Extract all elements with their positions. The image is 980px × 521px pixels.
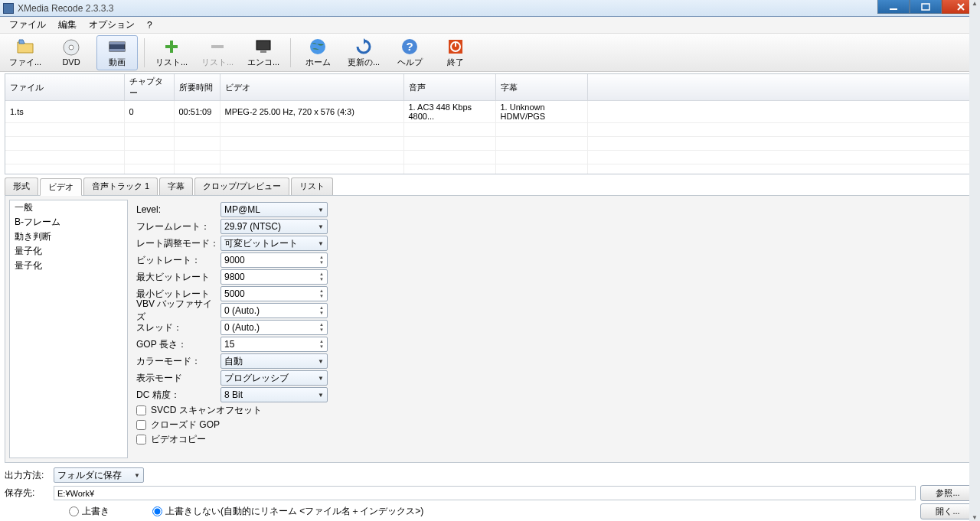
menu-file[interactable]: ファイル: [3, 17, 52, 33]
toolbar-file-button[interactable]: ファイ...: [5, 35, 46, 70]
chevron-down-icon: ▼: [318, 240, 324, 247]
toolbar-list-add-button[interactable]: リスト...: [151, 35, 192, 70]
vbv-label: VBV バッファサイズ: [136, 298, 220, 324]
overwrite-radio[interactable]: [69, 506, 79, 516]
tab-list[interactable]: リスト: [291, 177, 333, 195]
menu-help[interactable]: ?: [141, 18, 158, 32]
bottom-panel: 出力方法: フォルダに保存▼ 保存先: E:¥Work¥ 参照... 上書き 上…: [5, 467, 975, 519]
refresh-icon: [354, 37, 373, 56]
col-file[interactable]: ファイル: [5, 74, 124, 101]
open-file-icon: [16, 37, 34, 56]
nooverwrite-radio[interactable]: [152, 506, 162, 516]
toolbar-separator: [144, 38, 145, 67]
toolbar-list-remove-button[interactable]: リスト...: [197, 35, 238, 70]
outmethod-combo[interactable]: フォルダに保存▼: [54, 467, 144, 483]
toolbar-encode-button[interactable]: エンコ...: [243, 35, 284, 70]
file-table[interactable]: ファイル チャプター 所要時間 ビデオ 音声 字幕 1.ts 0 00:51:0…: [5, 73, 975, 174]
svcd-checkbox[interactable]: [136, 405, 146, 415]
toolbar-help-button[interactable]: ? ヘルプ: [389, 35, 430, 70]
svcd-label: SVCD スキャンオフセット: [151, 404, 262, 417]
window-title: XMedia Recode 2.3.3.3: [18, 3, 113, 14]
saveto-path[interactable]: E:¥Work¥: [54, 486, 916, 500]
menu-options[interactable]: オプション: [83, 17, 141, 33]
maxbit-label: 最大ビットレート: [136, 271, 220, 284]
menu-edit[interactable]: 編集: [52, 17, 83, 33]
tab-format[interactable]: 形式: [5, 177, 38, 195]
framerate-combo[interactable]: 29.97 (NTSC)▼: [220, 219, 328, 234]
side-bframe[interactable]: B-フレーム: [10, 215, 127, 230]
level-label: Level:: [136, 204, 220, 215]
tab-body: 一般 B-フレーム 動き判断 量子化 量子化 Level:MP@ML▼ フレーム…: [5, 195, 975, 463]
side-general[interactable]: 一般: [10, 200, 127, 215]
color-combo[interactable]: 自動▼: [220, 353, 328, 369]
col-audio[interactable]: 音声: [403, 74, 495, 101]
side-quant2[interactable]: 量子化: [10, 259, 127, 273]
svg-text:?: ?: [406, 40, 413, 53]
chevron-down-icon: ▼: [318, 358, 324, 365]
vcopy-label: ビデオコピー: [151, 433, 206, 446]
closedgop-label: クローズド GOP: [151, 418, 220, 431]
tab-subtitle[interactable]: 字幕: [159, 177, 193, 195]
col-subtitle[interactable]: 字幕: [495, 74, 587, 101]
toolbar-dvd-button[interactable]: DVD: [51, 35, 92, 70]
maxbit-spinner[interactable]: ▲▼: [220, 269, 328, 285]
tab-crop[interactable]: クロップ/プレビュー: [194, 177, 289, 195]
help-icon: ?: [400, 37, 419, 56]
open-button[interactable]: 開く...: [920, 503, 975, 519]
thread-spinner[interactable]: ▲▼: [220, 320, 328, 335]
closedgop-checkbox[interactable]: [136, 420, 146, 430]
chevron-down-icon: ▼: [318, 223, 324, 230]
svg-rect-10: [165, 45, 178, 48]
outmethod-label: 出力方法:: [5, 469, 49, 482]
dc-label: DC 精度：: [136, 389, 220, 402]
encode-icon: [254, 37, 273, 56]
toolbar-video-button[interactable]: 動画: [96, 35, 138, 70]
side-motion[interactable]: 動き判断: [10, 230, 127, 244]
browse-button[interactable]: 参照...: [920, 485, 975, 501]
scrollbar[interactable]: ▲▼: [969, 0, 980, 521]
globe-icon: [309, 37, 327, 56]
disp-combo[interactable]: プログレッシブ▼: [220, 370, 328, 386]
chevron-down-icon: ▼: [318, 375, 324, 382]
minus-icon: [208, 37, 227, 56]
tabs: 形式 ビデオ 音声トラック 1 字幕 クロップ/プレビュー リスト: [5, 177, 975, 195]
gop-spinner[interactable]: ▲▼: [220, 337, 328, 352]
framerate-label: フレームレート：: [136, 220, 220, 233]
side-quant1[interactable]: 量子化: [10, 244, 127, 259]
tab-video[interactable]: ビデオ: [40, 178, 82, 196]
titlebar: XMedia Recode 2.3.3.3: [0, 0, 980, 17]
level-combo[interactable]: MP@ML▼: [220, 202, 328, 217]
toolbar-update-button[interactable]: 更新の...: [343, 35, 384, 70]
toolbar-separator: [290, 38, 291, 67]
chevron-down-icon: ▼: [134, 472, 140, 479]
svg-rect-0: [890, 8, 897, 10]
disp-label: 表示モード: [136, 372, 220, 385]
col-duration[interactable]: 所要時間: [174, 74, 220, 101]
col-chapter[interactable]: チャプター: [124, 74, 174, 101]
form-area: Level:MP@ML▼ フレームレート：29.97 (NTSC)▼ レート調整…: [132, 196, 975, 462]
ratemode-combo[interactable]: 可変ビットレート▼: [220, 236, 328, 251]
svg-rect-19: [455, 41, 456, 47]
toolbar: ファイ... DVD 動画 リスト... リスト... エンコ... ホーム 更…: [0, 34, 980, 72]
toolbar-home-button[interactable]: ホーム: [297, 35, 338, 70]
chevron-down-icon: ▼: [318, 207, 324, 213]
maximize-button[interactable]: [910, 0, 942, 14]
color-label: カラーモード：: [136, 355, 220, 368]
side-list[interactable]: 一般 B-フレーム 動き判断 量子化 量子化: [9, 200, 128, 458]
svg-rect-7: [109, 42, 125, 44]
dc-combo[interactable]: 8 Bit▼: [220, 387, 328, 402]
ratemode-label: レート調整モード：: [136, 237, 220, 250]
vbv-spinner[interactable]: ▲▼: [220, 303, 328, 318]
bitrate-spinner[interactable]: ▲▼: [220, 252, 328, 268]
minimize-button[interactable]: [877, 0, 910, 14]
overwrite-label: 上書き: [82, 505, 109, 518]
svg-rect-11: [211, 45, 224, 48]
col-video[interactable]: ビデオ: [220, 74, 403, 101]
gop-label: GOP 長さ：: [136, 338, 220, 351]
table-row[interactable]: 1.ts 0 00:51:09 MPEG-2 25.00 Hz, 720 x 5…: [5, 101, 975, 123]
tab-audio1[interactable]: 音声トラック 1: [83, 177, 158, 195]
minbit-spinner[interactable]: ▲▼: [220, 286, 328, 301]
vcopy-checkbox[interactable]: [136, 435, 146, 444]
menubar: ファイル 編集 オプション ?: [0, 17, 980, 34]
toolbar-exit-button[interactable]: 終了: [435, 35, 476, 70]
